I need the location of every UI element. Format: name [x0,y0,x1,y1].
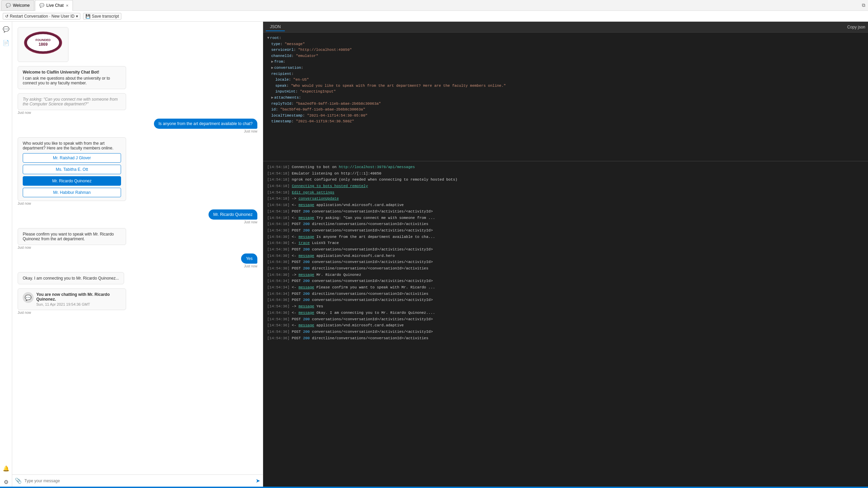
faculty-btn-0[interactable]: Mr. Raishad J Glover [23,153,121,163]
connecting-card: Okay. I am connecting you to Mr. Ricardo… [18,272,124,284]
chatting-info: You are now chatting with Mr. Ricardo Qu… [36,292,121,306]
json-line-timestamp: timestamp: "2021-04-11T19:54:30.580Z" [267,119,864,125]
save-transcript-btn[interactable]: 💾 Save transcript [83,13,121,20]
suggestion-text: Try asking: "Can you connect me with som… [23,97,118,106]
faculty-card-header: Who would you like to speak with from th… [23,141,121,150]
confirm-card: Please confirm you want to speak with Mr… [18,228,126,245]
json-viewer: ▼root: type: "message" serviceUrl: "http… [263,33,868,161]
log-line-2: [14:54:18] Emulator listening on http://… [267,170,864,177]
json-tab-bar: JSON Copy json [263,22,868,33]
university-logo: FOUNDED 1869 [23,31,63,56]
faculty-card-time: Just now [18,202,31,205]
toolbar: ↺ Restart Conversation · New User ID ▾ 💾… [0,11,868,22]
json-line-root: ▼root: [267,35,864,41]
user-msg2-time: Just now [244,220,257,224]
suggestion-time: Just now [18,111,31,115]
log-line-27: [14:54:36] POST 200 conversations/<conve… [267,329,864,335]
tab-close-icon[interactable]: ✕ [66,4,68,7]
json-line-channelid: channelId: "emulator" [267,53,864,59]
save-label: Save transcript [92,14,119,19]
json-line-speak: speak: "Who would you like to speak with… [267,83,864,89]
json-line-replytoid: replyToId: "baa2edf0-9aff-11eb-a6ae-2b6b… [267,101,864,107]
faculty-btn-2[interactable]: Mr. Ricardo Quinonez [23,176,121,186]
user-msg1-container: Is anyone from the art department availa… [18,119,257,133]
left-sidebar: 💬 📄 🔔 ⚙ [0,22,12,487]
log-line-16: [14:54:30] POST 200 conversations/<conve… [267,259,864,265]
sidebar-icon-doc[interactable]: 📄 [1,38,11,47]
tab-welcome[interactable]: 💬 Welcome [1,0,34,11]
log-line-26: [14:54:36] <- message application/vnd.mi… [267,322,864,329]
bot-logo-msg: FOUNDED 1869 [18,27,257,62]
json-line-localtimestamp: localTimestamp: "2021-04-11T14:54:30-05:… [267,113,864,119]
suggestion-container: Try asking: "Can you connect me with som… [18,93,257,115]
sidebar-icon-bell[interactable]: 🔔 [1,464,11,473]
log-line-6: [14:54:18] -> conversationUpdate [267,196,864,202]
svg-text:1869: 1869 [39,42,48,47]
tab-welcome-label: Welcome [13,3,30,8]
log-line-14: [14:54:30] POST 200 conversations/<conve… [267,246,864,253]
faculty-btn-3[interactable]: Mr. Habibur Rahman [23,188,121,197]
right-panel: JSON Copy json ▼root: type: "message" se… [263,22,868,487]
avatar: 💬 [23,292,34,303]
user-bubble-1: Is anyone from the art department availa… [154,119,258,129]
user-bubble-2: Mr. Ricardo Quinonez [209,209,257,220]
log-line-20: [14:54:34] <- message Please confirm you… [267,284,864,291]
save-icon: 💾 [85,14,91,19]
tab-bar: 💬 Welcome 💬 Live Chat ✕ ⧉ [0,0,868,11]
user-msg3-container: Yes Just now [18,253,257,268]
confirm-text: Please confirm you want to speak with Mr… [23,232,114,241]
confirm-msg-container: Please confirm you want to speak with Mr… [18,228,257,249]
dropdown-icon: ▾ [76,14,78,19]
window-controls: ⧉ [862,2,865,8]
attach-icon[interactable]: 📎 [15,477,22,484]
chatting-msg-text: You are now chatting with Mr. Ricardo Qu… [36,292,121,302]
log-line-9: [14:54:18] <- message Try asking: "Can y… [267,215,864,221]
welcome-msg-container: Welcome to Claflin University Chat Bot! … [18,66,257,89]
log-line-7: [14:54:18] <- message application/vnd.mi… [267,202,864,208]
university-logo-card: FOUNDED 1869 [18,27,68,62]
send-icon[interactable]: ➤ [256,477,260,484]
json-line-attachments: ▶attachments: [267,95,864,101]
sidebar-icon-settings[interactable]: ⚙ [1,477,11,487]
message-input[interactable] [24,479,253,483]
log-line-18: [14:54:30] -> message Mr. Ricardo Quinon… [267,272,864,278]
suggestion-card: Try asking: "Can you connect me with som… [18,93,126,110]
chatting-time: Just now [18,311,31,314]
welcome-card: Welcome to Claflin University Chat Bot! … [18,66,126,89]
user-msg2-text: Mr. Ricardo Quinonez [213,212,253,217]
faculty-card-container: Who would you like to speak with from th… [18,137,257,205]
log-viewer: [14:54:18] Connecting to bot on http://l… [263,161,868,487]
chat-panel: FOUNDED 1869 Welcome to Claflin Universi… [12,22,263,487]
log-line-25: [14:54:36] POST 200 conversations/<conve… [267,316,864,323]
blue-bottom-bar [0,487,868,488]
restart-label: Restart Conversation · New User ID [10,14,75,19]
restart-btn[interactable]: ↺ Restart Conversation · New User ID ▾ [3,13,80,20]
log-line-23: [14:54:36] -> message Yes [267,303,864,310]
log-line-3: [14:54:18] ngrok not configured (only ne… [267,177,864,183]
sidebar-icon-chat[interactable]: 💬 [1,24,11,34]
chatting-date: Sun, 11 Apr 2021 19:54:36 GMT [36,302,121,306]
faculty-btn-1[interactable]: Ms. Tabitha E. Ott [23,165,121,174]
user-msg1-text: Is anyone from the art department availa… [159,121,253,126]
log-line-24: [14:54:36] <- message Okay. I am connect… [267,310,864,316]
connecting-text: Okay. I am connecting you to Mr. Ricardo… [23,276,119,281]
tab-livechat-label: Live Chat [46,3,64,8]
log-line-22: [14:54:36] POST 200 conversations/<conve… [267,297,864,303]
chatting-card-container: 💬 You are now chatting with Mr. Ricardo … [18,288,257,314]
welcome-title: Welcome to Claflin University Chat Bot! [23,70,121,75]
log-line-12: [14:54:30] <- message Is anyone from the… [267,234,864,240]
log-line-10: [14:54:18] POST 200 directline/conversat… [267,221,864,227]
log-line-1: [14:54:18] Connecting to bot on http://l… [267,164,864,170]
json-line-serviceurl: serviceUrl: "http://localhost:49850" [267,47,864,53]
json-line-id: id: "bac5bf40-9aff-11eb-a6ae-2b6b8c30063… [267,107,864,113]
user-msg1-time: Just now [244,129,257,133]
json-line-from: ▶from: [267,59,864,65]
json-line-conversation: ▶conversation: [267,65,864,71]
welcome-sub: I can ask me questions about the univers… [23,76,121,85]
chat-input-area: 📎 ➤ [12,474,263,487]
connecting-msg-container: Okay. I am connecting you to Mr. Ricardo… [18,272,257,284]
json-tab[interactable]: JSON [266,23,285,31]
tab-livechat[interactable]: 💬 Live Chat ✕ [35,0,73,11]
chat-icon-2: 💬 [39,3,44,8]
copy-json-btn[interactable]: Copy json [847,25,865,29]
